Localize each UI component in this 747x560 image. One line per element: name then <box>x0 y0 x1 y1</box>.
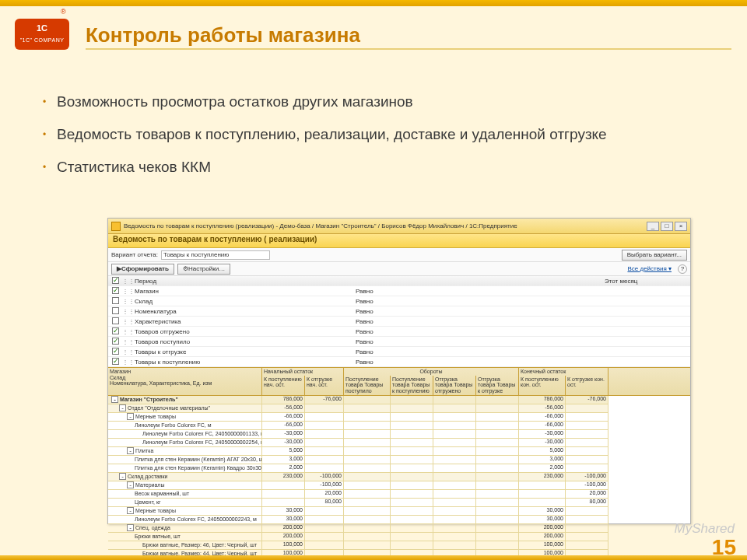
param-condition: Равно <box>356 288 605 295</box>
param-checkbox[interactable] <box>112 287 119 294</box>
svg-text:"1С" COMPANY: "1С" COMPANY <box>20 37 65 43</box>
grip-icon: ⋮⋮ <box>122 359 133 366</box>
tree-expander[interactable]: - <box>127 481 134 488</box>
row-name: Весок карманный, шт <box>135 491 189 496</box>
row-name: Мерные товары <box>135 508 176 513</box>
window-title: Ведомость по товарам к поступлению (реал… <box>124 222 644 229</box>
grip-icon: ⋮⋮ <box>122 308 133 315</box>
row-name: Брюки ватные, шт <box>135 534 181 539</box>
param-checkbox[interactable] <box>112 338 119 345</box>
svg-text:®: ® <box>61 8 66 16</box>
param-checkbox[interactable] <box>112 348 119 355</box>
param-condition: Равно <box>356 318 605 325</box>
param-condition: Равно <box>356 348 605 355</box>
help-icon[interactable]: ? <box>678 264 687 274</box>
param-name: Характеристика <box>133 318 356 325</box>
param-checkbox[interactable] <box>112 307 119 314</box>
row-name: Магазин "Строитель" <box>120 397 178 402</box>
param-checkbox[interactable] <box>112 297 119 304</box>
row-name: Линолеум Forbo Coloreх FC, 2405000000113… <box>142 431 262 436</box>
tree-expander[interactable]: - <box>127 447 134 454</box>
row-name: Материалы <box>135 482 164 488</box>
row-name: Отдел "Отделочные материалы" <box>128 405 210 411</box>
tree-expander[interactable]: - <box>111 396 118 403</box>
watermark: MyShared <box>675 521 735 537</box>
param-name: Период <box>133 278 356 285</box>
row-name: Линолеум Forbo Coloreх FC, м <box>135 422 212 428</box>
screenshot-frame: Ведомость по товарам к поступлению (реал… <box>107 218 691 524</box>
tree-expander[interactable]: - <box>119 473 126 480</box>
row-name: Плитка для стен Керамин (Keramin) АГАТ 2… <box>135 457 262 462</box>
row-name: Брюки ватные, Размер: 46, Цвет: Черный, … <box>142 542 257 548</box>
choose-variant-button[interactable]: Выбрать вариант... <box>622 250 687 261</box>
variant-label: Вариант отчета: <box>111 251 158 258</box>
grip-icon: ⋮⋮ <box>122 278 133 285</box>
param-value: Этот месяц <box>605 278 690 285</box>
param-name: Товары к отгрузке <box>133 348 356 355</box>
row-name: Спец. одежда <box>135 525 170 530</box>
row-name: Линолеум Forbo Coloreх FC, 2405000000225… <box>142 439 262 445</box>
param-name: Товары к поступлению <box>133 359 356 366</box>
grip-icon: ⋮⋮ <box>122 298 133 305</box>
app-icon <box>111 222 121 231</box>
grip-icon: ⋮⋮ <box>122 318 133 325</box>
param-checkbox[interactable] <box>112 317 119 324</box>
slide-title: Контроль работы магазина <box>86 23 360 47</box>
param-checkbox[interactable] <box>112 327 119 334</box>
bullet-item: Возможность просмотра остатков других ма… <box>43 93 716 110</box>
row-name: Линолеум Forbo Coloreх FC, 2405000000224… <box>135 516 257 522</box>
window-min-button[interactable]: _ <box>647 222 659 231</box>
param-checkbox[interactable] <box>112 358 119 365</box>
param-name: Товаров поступило <box>133 338 356 345</box>
param-condition: Равно <box>356 308 605 315</box>
report-header: Магазин Склад Номенклатура, Характеристи… <box>108 367 690 396</box>
row-name: Плитка для стен Керамин (Keramin) Квадро… <box>135 465 262 471</box>
variant-input[interactable]: Товары к поступлению <box>161 250 270 260</box>
window-titlebar: Ведомость по товарам к поступлению (реал… <box>108 219 690 234</box>
param-name: Товаров отгружено <box>133 328 356 335</box>
window-close-button[interactable]: × <box>675 222 687 231</box>
tree-expander[interactable]: - <box>119 404 126 411</box>
param-condition: Равно <box>356 328 605 335</box>
param-condition: Равно <box>356 338 605 345</box>
tree-expander[interactable]: - <box>127 524 134 531</box>
grip-icon: ⋮⋮ <box>122 338 133 345</box>
grip-icon: ⋮⋮ <box>122 288 133 295</box>
param-name: Склад <box>133 298 356 305</box>
row-name: Цемент, кг <box>135 499 161 505</box>
row-name: Плитка <box>135 448 153 453</box>
grip-icon: ⋮⋮ <box>122 348 133 355</box>
param-name: Номенклатура <box>133 308 356 315</box>
form-report-button[interactable]: ▶ Сформировать <box>111 264 174 275</box>
grip-icon: ⋮⋮ <box>122 328 133 335</box>
company-logo: 1С "1С" COMPANY ® <box>14 3 70 54</box>
settings-button[interactable]: ⚙ Настройки… <box>177 264 230 275</box>
tree-expander[interactable]: - <box>127 413 134 420</box>
bullet-list: Возможность просмотра остатков других ма… <box>43 93 716 176</box>
bullet-item: Статистика чеков ККМ <box>43 159 716 176</box>
param-condition: Равно <box>356 298 605 305</box>
row-name: Мерные товары <box>135 414 176 419</box>
svg-text:1С: 1С <box>37 23 47 33</box>
report-title-bar: Ведомость по товарам к поступлению ( реа… <box>108 234 690 248</box>
bullet-item: Ведомость товаров к поступлению, реализа… <box>43 126 716 143</box>
tree-expander[interactable]: - <box>127 507 134 514</box>
all-actions-link[interactable]: Все действия ▾ <box>627 265 672 272</box>
param-name: Магазин <box>133 288 356 295</box>
param-condition: Равно <box>356 359 605 366</box>
row-name: Склад доставки <box>128 474 167 479</box>
param-checkbox[interactable] <box>112 277 119 284</box>
window-max-button[interactable]: □ <box>661 222 673 231</box>
